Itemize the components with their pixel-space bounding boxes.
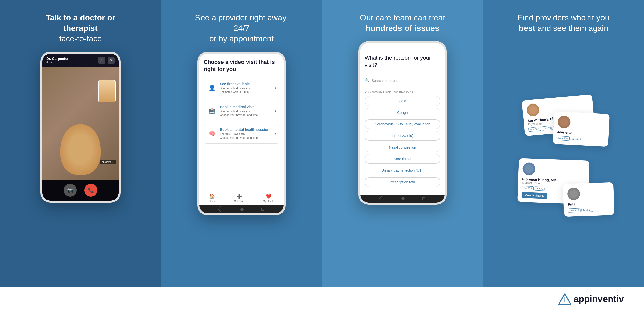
mental-health-arrow: › [275, 131, 276, 136]
nav-my-health-label: My Health [263, 200, 274, 203]
doctor-info: Dr. Carpenter 4:59 [46, 57, 69, 64]
brand-name-text: appinventiv [574, 294, 624, 304]
reason-header: ← What is the reason for your visit? [360, 43, 445, 73]
provider-avatar-sarah [526, 103, 540, 117]
video-icon: 🎥 [98, 57, 105, 64]
visit-option-medical[interactable]: 🏥 Book a medical visit Board-certified p… [204, 101, 279, 121]
visit-selection-screen: Choose a video visit that is right for y… [199, 54, 284, 213]
doctor-face [60, 124, 101, 175]
medical-visit-arrow: › [275, 109, 276, 113]
visit-option-first-available[interactable]: 👤 See first available Board-certified pr… [204, 78, 279, 98]
provider-avatar-jeanette [557, 115, 571, 129]
camera-button[interactable]: 📷 [64, 184, 77, 197]
nav-get-care-label: Get Care [234, 200, 245, 203]
first-available-arrow: › [275, 86, 276, 90]
first-available-icon: 👤 [207, 83, 217, 93]
home-icon: 🏠 [209, 194, 215, 199]
slot-1[interactable]: Mon 3/24 [528, 127, 541, 132]
provider-availability-jeanette: Mon 3/24 Tue 3/25 [557, 136, 605, 143]
first-available-info: See first available Board-certified prov… [220, 82, 275, 94]
provider-name-fritz: Fritz ... [568, 201, 610, 206]
mental-health-info: Book a mental health session Therapy • P… [220, 128, 275, 140]
search-container: 🔍 Search for a reason [360, 73, 445, 88]
end-call-button[interactable]: 📞 [84, 184, 97, 197]
first-available-subtitle: Board-certified providers Estimated wait… [220, 86, 275, 94]
mental-health-icon: 🧠 [207, 129, 217, 139]
video-call-screen: Dr. Carpenter 4:59 🎥 👁 [42, 54, 119, 201]
search-icon: 🔍 [365, 78, 370, 83]
app-screen-visit: Choose a video visit that is right for y… [199, 54, 284, 191]
reason-uti[interactable]: Urinary tract infection (UTI) [365, 166, 440, 175]
nav-home-label: Home [209, 200, 216, 203]
slot-2[interactable]: Tue 3/25 [542, 125, 554, 130]
mental-health-subtitle: Therapy • Psychiatry Choose your provide… [220, 132, 275, 140]
provider-card-fritz[interactable]: Fritz ... Mon 3/23 Tue 3/24 [563, 182, 614, 217]
reason-covid[interactable]: Coronavirus (COVID-19) evaluation [365, 119, 440, 129]
self-view [99, 80, 115, 102]
provider-card-jeanette[interactable]: Jeanette... Mon 3/24 Tue 3/25 [553, 111, 610, 147]
call-time: 4:59 [46, 61, 69, 64]
panel-1-title: Talk to a doctor or therapist face-to-fa… [33, 13, 128, 44]
phone-back-btn-3[interactable] [379, 196, 384, 202]
brand-logo: appinventiv [558, 293, 624, 305]
search-box[interactable]: 🔍 Search for a reason [365, 77, 440, 84]
appinventiv-logo-icon [558, 293, 571, 305]
header-icons: 🎥 👁 [98, 57, 115, 64]
panel-find-providers: Find providers who fit you best and see … [483, 0, 644, 287]
phone-home-btn-3[interactable] [401, 197, 405, 200]
reason-screen-title: What is the reason for your visit? [365, 54, 440, 69]
reason-flu[interactable]: Influenza (flu) [365, 131, 440, 141]
slot-fr-2[interactable]: Tue 3/24 [581, 208, 593, 212]
panel-4-title: Find providers who fit you best and see … [516, 13, 611, 33]
slot-j-1[interactable]: Mon 3/24 [557, 136, 570, 141]
provider-cards-layout: Sarah Henry, PhD Psychology Mon 3/24 Tue… [513, 97, 614, 223]
provider-avatar-fritz [567, 187, 580, 200]
panel-talk-doctor: Talk to a doctor or therapist face-to-fa… [0, 0, 161, 287]
phone-nav-bar-3 [360, 195, 445, 203]
reason-nasal[interactable]: Nasal congestion [365, 143, 440, 152]
reasons-list: Cold Cough Coronavirus (COVID-19) evalua… [360, 94, 445, 195]
phone-mockup-2: Choose a video visit that is right for y… [197, 52, 286, 215]
first-available-title: See first available [220, 82, 275, 86]
phone-mockup-3: ← What is the reason for your visit? 🔍 S… [358, 41, 447, 205]
providers-display: Sarah Henry, PhD Psychology Mon 3/24 Tue… [513, 41, 614, 280]
phone-mockup-1: Dr. Carpenter 4:59 🎥 👁 [40, 52, 121, 203]
on-demand-badge: on dema... [100, 160, 116, 164]
nav-home[interactable]: 🏠 Home [209, 194, 216, 203]
call-controls: 📷 📞 [42, 180, 119, 201]
medical-visit-subtitle: Board-certified providers Choose your pr… [220, 109, 275, 117]
reason-cough[interactable]: Cough [365, 108, 440, 117]
search-placeholder-text: Search for a reason [372, 79, 403, 83]
eye-icon: 👁 [108, 57, 115, 64]
visit-option-mental-health[interactable]: 🧠 Book a mental health session Therapy •… [204, 124, 279, 144]
slot-j-2[interactable]: Tue 3/25 [570, 136, 582, 141]
mental-health-title: Book a mental health session [220, 128, 275, 132]
phone-recents-btn[interactable] [261, 208, 264, 211]
nav-my-health[interactable]: ❤️ My Health [263, 194, 274, 203]
video-header: Dr. Carpenter 4:59 🎥 👁 [42, 54, 119, 67]
phone-home-btn[interactable] [240, 208, 244, 211]
back-arrow[interactable]: ← [365, 47, 440, 52]
view-availability-button[interactable]: View Availability [522, 192, 548, 199]
nav-get-care[interactable]: ➕ Get Care [234, 194, 245, 203]
medical-visit-info: Book a medical visit Board-certified pro… [220, 105, 275, 117]
or-choose-label: OR CHOOSE FROM TOP REASONS [360, 88, 445, 94]
medical-visit-icon: 🏥 [207, 106, 217, 116]
panel-see-provider: See a provider right away, 24/7 or by ap… [161, 0, 322, 287]
phone-recents-btn-3[interactable] [422, 197, 425, 200]
reason-sore-throat[interactable]: Sore throat [365, 154, 440, 164]
reason-cold[interactable]: Cold [365, 96, 440, 106]
phone-nav-bar-2 [199, 205, 284, 213]
slot-f-1[interactable]: Sat 3/21 [522, 186, 534, 190]
reason-selection-screen: ← What is the reason for your visit? 🔍 S… [360, 43, 445, 203]
bottom-navigation: 🏠 Home ➕ Get Care ❤️ My Health [199, 191, 284, 205]
medical-visit-title: Book a medical visit [220, 105, 275, 109]
visit-screen-title: Choose a video visit that is right for y… [204, 59, 279, 73]
slot-f-2[interactable]: Tue 3/24 [534, 186, 546, 191]
reason-prescription[interactable]: Prescription refill [365, 177, 440, 187]
phone-back-btn[interactable] [218, 206, 223, 212]
slot-fr-1[interactable]: Mon 3/23 [568, 208, 580, 213]
doctor-name: Dr. Carpenter [46, 57, 69, 61]
provider-availability-fritz: Mon 3/23 Tue 3/24 [568, 207, 610, 213]
provider-avatar-florence [522, 162, 536, 175]
